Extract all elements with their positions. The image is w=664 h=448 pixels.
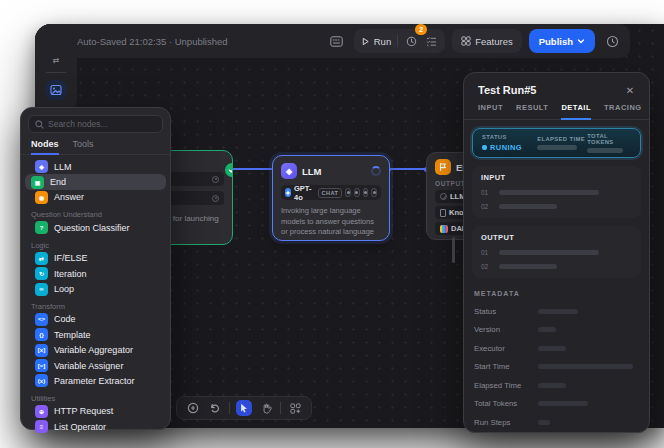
- node-item-template[interactable]: {}Template: [25, 327, 166, 342]
- llm-node[interactable]: ◈ LLM GPT-4o CHAT Invoking large languag…: [272, 155, 390, 241]
- node-item-label: Iteration: [54, 269, 87, 279]
- tab-tools[interactable]: Tools: [73, 139, 94, 154]
- node-item-question-classifier[interactable]: ?Question Classifier: [25, 220, 166, 235]
- io-row-id: 02: [481, 203, 491, 210]
- search-input[interactable]: [48, 119, 156, 129]
- organize-layout-button[interactable]: [287, 400, 303, 416]
- node-item-variable-aggregator[interactable]: [x]Variable Aggregator: [25, 343, 166, 358]
- checklist-icon[interactable]: [424, 34, 438, 48]
- test-run-panel: Test Run#5 ✕ INPUTRESULTDETAILTRACING ST…: [463, 72, 650, 433]
- panel-resize-handle[interactable]: [452, 237, 455, 263]
- app-header: Auto-Saved 21:02:35 · Unpublished Run: [35, 24, 630, 58]
- model-selector[interactable]: GPT-4o CHAT: [281, 185, 381, 200]
- io-row: 01: [481, 189, 632, 196]
- node-item-label: Variable Assigner: [54, 361, 123, 371]
- version-history-icon[interactable]: [602, 31, 622, 51]
- hand-tool-button[interactable]: [258, 400, 274, 416]
- node-item-iteration[interactable]: ↻Iteration: [25, 266, 166, 281]
- add-node-button[interactable]: [185, 400, 201, 416]
- running-dot-icon: [482, 145, 487, 150]
- status-card: STATUS RUNING ELAPSED TIME TOTAL TOKENS: [472, 128, 641, 158]
- metadata-label: Status: [474, 307, 538, 316]
- total-tokens-placeholder: [587, 148, 623, 153]
- search-box[interactable]: [28, 115, 163, 133]
- node-item-http-request[interactable]: ⊕HTTP Request: [25, 404, 166, 419]
- metadata-label: Version: [474, 325, 538, 334]
- tools-capability-icon: [354, 188, 360, 197]
- metadata-label: Total Tokens: [474, 399, 538, 408]
- metadata-title: METADATA: [474, 290, 639, 297]
- node-item-parameter-extractor[interactable]: (x)Parameter Extractor: [25, 373, 166, 388]
- running-spinner-icon: [371, 166, 381, 176]
- tab-nodes[interactable]: Nodes: [31, 139, 59, 155]
- node-item-loop[interactable]: ∞Loop: [25, 281, 166, 296]
- run-tab-input[interactable]: INPUT: [478, 103, 503, 119]
- node-item-code[interactable]: <>Code: [25, 312, 166, 327]
- run-tab-result[interactable]: RESULT: [516, 103, 548, 119]
- node-item-end[interactable]: ▣End: [25, 174, 166, 189]
- metadata-placeholder: [538, 364, 633, 369]
- variable-assigner-icon: [=]: [35, 359, 48, 372]
- run-tab-detail[interactable]: DETAIL: [561, 103, 591, 120]
- node-item-llm[interactable]: ◈LLM: [25, 159, 166, 174]
- metadata-placeholder: [538, 327, 556, 332]
- metadata-label: Run Steps: [474, 418, 538, 427]
- template-icon: {}: [35, 328, 48, 341]
- canvas-toolbar: [176, 396, 312, 420]
- chevron-down-icon: [577, 37, 585, 45]
- metadata-row: Start Time: [474, 362, 639, 371]
- publish-button[interactable]: Publish: [529, 29, 595, 53]
- variable-aggregator-icon: [x]: [35, 344, 48, 357]
- node-list: ◈LLM▣End◉AnswerQuestion Understand?Quest…: [21, 155, 170, 434]
- image-capability-icon: [363, 188, 369, 197]
- autosave-status: Auto-Saved 21:02:35 · Unpublished: [77, 24, 228, 58]
- document-icon: [440, 209, 446, 217]
- undo-icon[interactable]: [207, 400, 223, 416]
- node-group-label: Transform: [31, 302, 170, 311]
- metadata-placeholder: [538, 383, 566, 388]
- node-palette-panel: NodesTools ◈LLM▣End◉AnswerQuestion Under…: [20, 107, 171, 430]
- toolbar-divider: [280, 402, 281, 414]
- output-card: OUTPUT 0102: [472, 226, 641, 278]
- features-button[interactable]: Features: [452, 29, 522, 53]
- node-item-label: Variable Aggregator: [54, 345, 133, 355]
- io-row: 02: [481, 263, 632, 270]
- metadata-row: Executor: [474, 344, 639, 353]
- node-item-answer[interactable]: ◉Answer: [25, 190, 166, 205]
- metadata-placeholder: [538, 346, 566, 351]
- elapsed-time-label: ELAPSED TIME: [537, 136, 587, 142]
- io-row-id: 01: [481, 249, 491, 256]
- metadata-placeholder: [538, 420, 550, 425]
- status-value: RUNING: [482, 143, 537, 152]
- io-row-placeholder: [499, 204, 557, 209]
- metadata-section: METADATA StatusVersionExecutorStart Time…: [474, 290, 639, 427]
- node-item-variable-assigner[interactable]: [=]Variable Assigner: [25, 358, 166, 373]
- features-grid-icon: [461, 36, 471, 46]
- run-history-icon[interactable]: [404, 34, 418, 48]
- node-item-label: IF/ELSE: [54, 253, 88, 263]
- node-panel-tabs: NodesTools: [21, 133, 170, 155]
- file-capability-icon: [371, 188, 377, 197]
- node-item-label: Code: [54, 314, 76, 324]
- status-label: STATUS: [482, 134, 537, 140]
- node-item-list-operator[interactable]: ≡List Operator: [25, 419, 166, 434]
- pointer-tool-button[interactable]: [236, 400, 252, 416]
- edge-llm-to-end: [388, 168, 428, 170]
- node-item-label: End: [50, 177, 66, 187]
- shortcuts-icon[interactable]: [327, 31, 347, 51]
- elapsed-time-placeholder: [537, 145, 577, 150]
- gpt4o-model-icon: [285, 188, 291, 197]
- end-node-icon: [435, 159, 451, 175]
- swap-icon[interactable]: ⇄: [53, 57, 60, 65]
- success-check-icon: [225, 163, 233, 177]
- node-item-if-else[interactable]: ⇄IF/ELSE: [25, 251, 166, 266]
- image-tool-button[interactable]: [46, 80, 66, 100]
- close-icon[interactable]: ✕: [623, 83, 637, 97]
- workflow-app-window: Define the initial parameters for launch…: [35, 24, 664, 428]
- vision-capability-icon: [345, 188, 351, 197]
- run-tab-tracing[interactable]: TRACING: [604, 103, 642, 119]
- metadata-row: Total Tokens: [474, 399, 639, 408]
- loop-icon: ∞: [35, 283, 48, 296]
- run-button[interactable]: Run: [361, 36, 391, 47]
- node-item-label: List Operator: [54, 422, 106, 432]
